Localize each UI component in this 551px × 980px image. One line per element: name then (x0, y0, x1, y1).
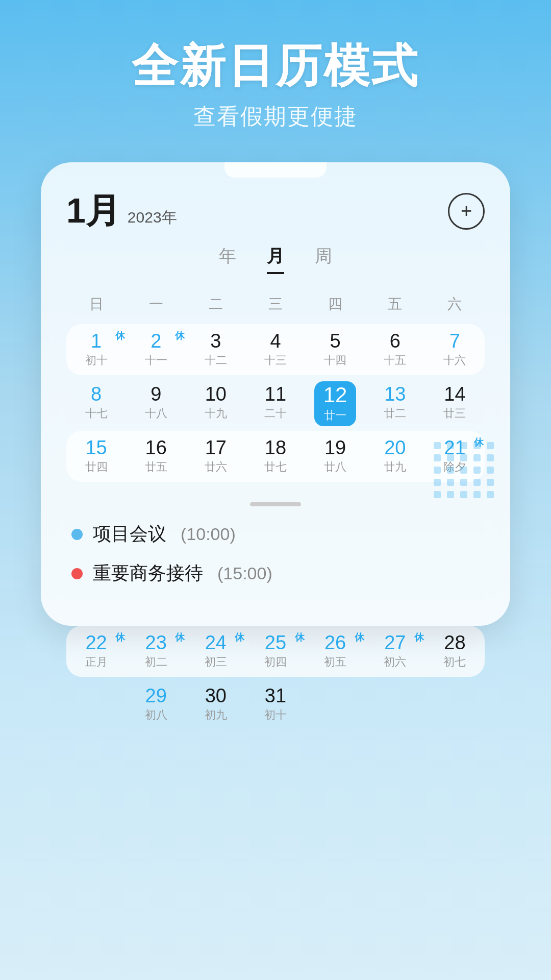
day-8[interactable]: 8 十七 (66, 377, 126, 429)
day-15[interactable]: 15 廿四 (66, 431, 126, 482)
day-25[interactable]: 25 休 初四 (245, 626, 305, 677)
day-19[interactable]: 19 廿八 (306, 431, 365, 482)
event-2-title: 重要商务接待 (93, 561, 203, 586)
calendar-header: 1月 2023年 + (66, 188, 485, 234)
day-empty-2 (306, 679, 365, 730)
event-2[interactable]: 重要商务接待 (15:00) (71, 561, 480, 586)
calendar-row-5: 29 初八 30 初九 31 初十 (66, 679, 485, 730)
event-1-title: 项目会议 (93, 522, 166, 547)
day-28[interactable]: 28 初七 (425, 626, 485, 677)
day-6[interactable]: 6 十五 (365, 324, 425, 375)
week-view-button[interactable]: 周 (315, 244, 332, 274)
day-9[interactable]: 9 十八 (126, 377, 186, 429)
day-11[interactable]: 11 二十 (245, 377, 305, 429)
page-subtitle: 查看假期更便捷 (31, 102, 520, 132)
month-label: 1月 2023年 (66, 188, 177, 234)
day-3[interactable]: 3 十二 (186, 324, 245, 375)
day-18[interactable]: 18 廿七 (245, 431, 305, 482)
year-view-button[interactable]: 年 (219, 244, 236, 274)
add-event-button[interactable]: + (448, 193, 485, 230)
day-30[interactable]: 30 初九 (186, 679, 245, 730)
events-area: 项目会议 (10:00) 重要商务接待 (15:00) (66, 492, 485, 605)
view-toggle: 年 月 周 (66, 244, 485, 274)
day-26[interactable]: 26 休 初五 (306, 626, 365, 677)
day-4[interactable]: 4 十三 (245, 324, 305, 375)
page-title: 全新日历模式 (31, 41, 520, 91)
day-20[interactable]: 20 廿九 (365, 431, 425, 482)
day-31[interactable]: 31 初十 (245, 679, 305, 730)
weekday-wed: 三 (245, 289, 305, 319)
day-5[interactable]: 5 十四 (306, 324, 365, 375)
day-1[interactable]: 1 休 初十 (66, 324, 126, 375)
day-empty-1 (66, 679, 126, 730)
day-17[interactable]: 17 廿六 (186, 431, 245, 482)
event-1[interactable]: 项目会议 (10:00) (71, 522, 480, 547)
day-empty-4 (425, 679, 485, 730)
month-view-button[interactable]: 月 (267, 244, 284, 274)
day-13[interactable]: 13 廿二 (365, 377, 425, 429)
weekday-sun: 日 (66, 289, 126, 319)
calendar-row-2: 8 十七 9 十八 10 十九 11 二十 12 廿一 12 廿一 13 廿二 (66, 377, 485, 429)
weekday-sat: 六 (425, 289, 485, 319)
calendar-row-3: 15 廿四 16 廿五 17 廿六 18 廿七 19 廿八 20 廿九 21 休… (66, 431, 485, 482)
weekday-thu: 四 (306, 289, 365, 319)
overflow-rows: 22 休 正月 23 休 初二 24 休 初三 25 休 初四 26 休 初五 … (41, 626, 510, 730)
phone-mockup: 1月 2023年 + 年 月 周 日 一 二 三 四 五 六 1 休 初十 2 … (41, 162, 510, 626)
decorative-dots (434, 442, 495, 498)
month: 1月 (66, 188, 120, 234)
day-24[interactable]: 24 休 初三 (186, 626, 245, 677)
drag-handle (250, 502, 301, 506)
weekday-mon: 一 (126, 289, 186, 319)
day-empty-3 (365, 679, 425, 730)
day-23[interactable]: 23 休 初二 (126, 626, 186, 677)
weekday-fri: 五 (365, 289, 425, 319)
day-2[interactable]: 2 休 十一 (126, 324, 186, 375)
event-dot-red (71, 568, 83, 579)
event-2-time: (15:00) (217, 564, 272, 583)
calendar-row-4: 22 休 正月 23 休 初二 24 休 初三 25 休 初四 26 休 初五 … (66, 626, 485, 677)
day-12[interactable]: 12 廿一 12 廿一 (306, 377, 365, 429)
calendar-row-1: 1 休 初十 2 休 十一 3 十二 4 十三 5 十四 6 十五 7 十六 (66, 324, 485, 375)
day-16[interactable]: 16 廿五 (126, 431, 186, 482)
weekday-header: 日 一 二 三 四 五 六 (66, 289, 485, 319)
header: 全新日历模式 查看假期更便捷 (0, 0, 551, 152)
day-7[interactable]: 7 十六 (425, 324, 485, 375)
day-27[interactable]: 27 休 初六 (365, 626, 425, 677)
day-29[interactable]: 29 初八 (126, 679, 186, 730)
weekday-tue: 二 (186, 289, 245, 319)
year: 2023年 (128, 207, 177, 228)
event-1-time: (10:00) (181, 524, 236, 544)
event-dot-blue (71, 529, 83, 540)
day-10[interactable]: 10 十九 (186, 377, 245, 429)
day-14[interactable]: 14 廿三 (425, 377, 485, 429)
day-22[interactable]: 22 休 正月 (66, 626, 126, 677)
